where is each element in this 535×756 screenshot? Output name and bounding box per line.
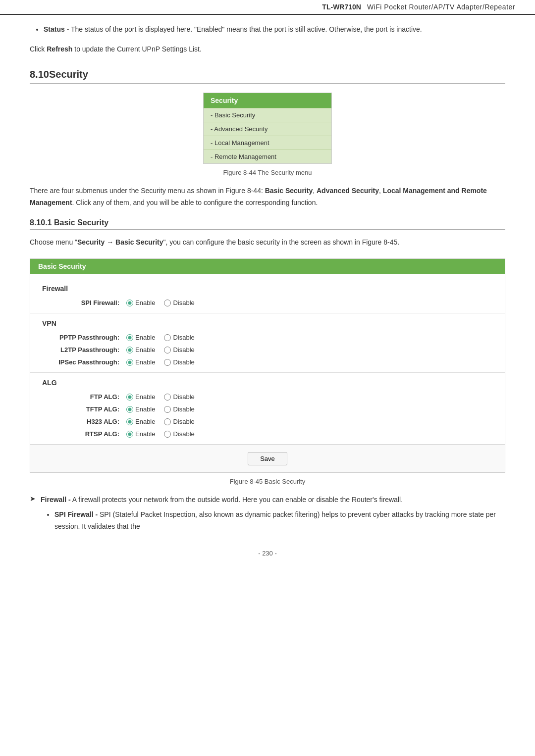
firewall-bullet-content: Firewall - A firewall protects your netw… (41, 494, 505, 534)
pptp-disable-radio[interactable] (164, 334, 171, 341)
choose-menu-post: ", you can configure the basic security … (163, 238, 400, 246)
figure-44-caption: Figure 8-44 The Security menu (30, 169, 505, 176)
ipsec-row: IPSec Passthrough: Enable Disable (42, 356, 493, 368)
h323-alg-disable-radio[interactable] (164, 418, 171, 425)
rtsp-alg-label: RTSP ALG: (42, 430, 126, 438)
choose-menu-para: Choose menu "Security → Basic Security",… (30, 237, 505, 249)
ftp-alg-radio-group: Enable Disable (126, 393, 195, 401)
rtsp-alg-row: RTSP ALG: Enable Disable (42, 428, 493, 440)
tftp-alg-row: TFTP ALG: Enable Disable (42, 403, 493, 415)
l2tp-disable-option[interactable]: Disable (164, 346, 194, 353)
ftp-alg-row: FTP ALG: Enable Disable (42, 391, 493, 403)
ftp-alg-disable-label: Disable (173, 393, 194, 401)
rtsp-alg-enable-radio[interactable] (126, 431, 133, 438)
ftp-alg-enable-radio[interactable] (126, 394, 133, 401)
intro-mid2: , (379, 187, 383, 195)
intro-paragraph: There are four submenus under the Securi… (30, 185, 505, 209)
section-title: Security (49, 69, 88, 80)
ipsec-radio-group: Enable Disable (126, 358, 195, 366)
firewall-bullet-arrow: ➤ (30, 494, 41, 503)
firewall-bullet-bold: Firewall - (41, 496, 71, 504)
ftp-alg-label: FTP ALG: (42, 393, 126, 401)
spi-firewall-enable-option[interactable]: Enable (126, 299, 155, 306)
pptp-enable-option[interactable]: Enable (126, 334, 155, 341)
intro-post: . Click any of them, and you will be abl… (72, 199, 318, 206)
firewall-bullet-row: ➤ Firewall - A firewall protects your ne… (30, 494, 505, 534)
rtsp-alg-disable-radio[interactable] (164, 431, 171, 438)
l2tp-enable-radio[interactable] (126, 347, 133, 353)
intro-bold1: Basic Security (265, 187, 313, 195)
l2tp-disable-radio[interactable] (164, 347, 171, 353)
menu-item-local-management[interactable]: - Local Management (204, 136, 331, 150)
spi-firewall-disable-option[interactable]: Disable (164, 299, 194, 306)
firewall-sub-bullets: SPI Firewall - SPI (Stateful Packet Insp… (41, 509, 505, 533)
pptp-enable-radio[interactable] (126, 334, 133, 341)
h323-alg-enable-radio[interactable] (126, 418, 133, 425)
ipsec-enable-label: Enable (135, 358, 155, 366)
ipsec-enable-radio[interactable] (126, 359, 133, 366)
choose-menu-pre: Choose menu " (30, 238, 77, 246)
rtsp-alg-enable-label: Enable (135, 430, 155, 438)
choose-menu-bold2: Basic Security (115, 238, 163, 246)
page-number: - 230 - (30, 550, 505, 557)
ipsec-disable-radio[interactable] (164, 359, 171, 366)
l2tp-enable-option[interactable]: Enable (126, 346, 155, 353)
h323-alg-enable-option[interactable]: Enable (126, 418, 155, 425)
ipsec-label: IPSec Passthrough: (42, 358, 126, 366)
rtsp-alg-disable-option[interactable]: Disable (164, 430, 194, 438)
vpn-section: VPN PPTP Passthrough: Enable Disable L2T… (30, 313, 505, 373)
header-desc: WiFi Pocket Router/AP/TV Adapter/Repeate… (367, 3, 515, 11)
l2tp-disable-label: Disable (173, 346, 194, 353)
intro-bold2: Advanced Security (317, 187, 379, 195)
h323-alg-disable-label: Disable (173, 418, 194, 425)
ipsec-disable-option[interactable]: Disable (164, 358, 194, 366)
spi-firewall-enable-radio[interactable] (126, 300, 133, 306)
h323-alg-disable-option[interactable]: Disable (164, 418, 194, 425)
menu-item-basic-security[interactable]: - Basic Security (204, 108, 331, 122)
page-header: TL-WR710N WiFi Pocket Router/AP/TV Adapt… (0, 0, 535, 15)
subsection-heading-8-10-1: 8.10.1 Basic Security (30, 218, 505, 230)
form-top-spacer (30, 274, 505, 279)
ipsec-enable-option[interactable]: Enable (126, 358, 155, 366)
pptp-label: PPTP Passthrough: (42, 334, 126, 341)
ftp-alg-enable-option[interactable]: Enable (126, 393, 155, 401)
rtsp-alg-enable-option[interactable]: Enable (126, 430, 155, 438)
tftp-alg-radio-group: Enable Disable (126, 405, 195, 413)
l2tp-radio-group: Enable Disable (126, 346, 195, 353)
spi-firewall-bullet: SPI Firewall - SPI (Stateful Packet Insp… (54, 509, 505, 533)
h323-alg-radio-group: Enable Disable (126, 418, 195, 425)
spi-firewall-bullet-text: SPI (Stateful Packet Inspection, also kn… (54, 510, 496, 530)
pptp-enable-label: Enable (135, 334, 155, 341)
menu-item-advanced-security[interactable]: - Advanced Security (204, 122, 331, 136)
menu-item-remote-management[interactable]: - Remote Management (204, 150, 331, 163)
h323-alg-row: H323 ALG: Enable Disable (42, 415, 493, 428)
save-button[interactable]: Save (248, 452, 287, 465)
ftp-alg-enable-label: Enable (135, 393, 155, 401)
intro-mid1: , (313, 187, 317, 195)
subsection-title: Basic Security (54, 218, 108, 227)
tftp-alg-enable-radio[interactable] (126, 406, 133, 413)
rtsp-alg-disable-label: Disable (173, 430, 194, 438)
tftp-alg-disable-option[interactable]: Disable (164, 405, 194, 413)
firewall-bullet-text: A firewall protects your network from th… (71, 496, 403, 504)
h323-alg-enable-label: Enable (135, 418, 155, 425)
main-content: Status - The status of the port is displ… (0, 24, 535, 577)
basic-security-form-header: Basic Security (30, 259, 505, 274)
tftp-alg-enable-option[interactable]: Enable (126, 405, 155, 413)
choose-menu-bold1: Security (77, 238, 105, 246)
menu-container: Security - Basic Security - Advanced Sec… (30, 93, 505, 164)
spi-firewall-disable-radio[interactable] (164, 300, 171, 306)
spi-firewall-disable-label: Disable (173, 299, 194, 306)
spi-firewall-radio-group: Enable Disable (126, 299, 195, 306)
status-label: Status - (44, 25, 69, 33)
tftp-alg-disable-radio[interactable] (164, 406, 171, 413)
ftp-alg-disable-option[interactable]: Disable (164, 393, 194, 401)
rtsp-alg-radio-group: Enable Disable (126, 430, 195, 438)
tftp-alg-label: TFTP ALG: (42, 405, 126, 413)
l2tp-row: L2TP Passthrough: Enable Disable (42, 344, 493, 356)
ftp-alg-disable-radio[interactable] (164, 394, 171, 401)
alg-section: ALG FTP ALG: Enable Disable TFTP ALG: (30, 373, 505, 445)
pptp-disable-option[interactable]: Disable (164, 334, 194, 341)
firewall-section: Firewall SPI Firewall: Enable Disable (30, 279, 505, 313)
tftp-alg-enable-label: Enable (135, 405, 155, 413)
